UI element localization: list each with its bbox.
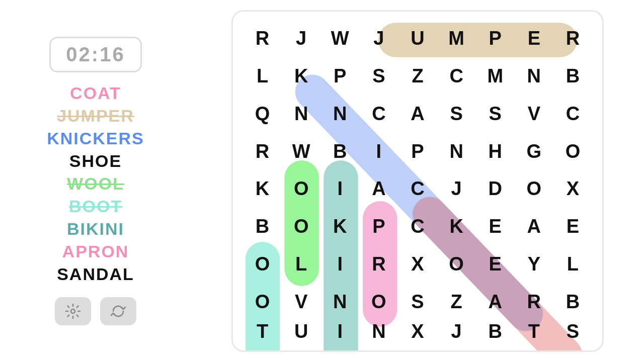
cell-6-4[interactable]: X <box>398 245 437 283</box>
cell-4-2[interactable]: I <box>320 170 359 208</box>
cell-3-3[interactable]: I <box>359 133 398 170</box>
cell-2-3[interactable]: C <box>359 95 398 133</box>
cell-5-5[interactable]: K <box>437 208 476 245</box>
cell-1-6[interactable]: M <box>476 57 515 95</box>
cell-8-7[interactable]: T <box>515 321 553 342</box>
cell-1-7[interactable]: N <box>515 57 553 95</box>
word-item-jumper: JUMPER <box>57 106 134 126</box>
cell-5-1[interactable]: O <box>282 208 320 245</box>
cell-4-4[interactable]: C <box>398 170 437 208</box>
cell-8-4[interactable]: X <box>398 321 437 342</box>
word-item-wool: WOOL <box>67 174 124 194</box>
cell-2-5[interactable]: S <box>437 95 476 133</box>
word-search-grid: RJWJUMPERLKPSZCMNBQNNCASSVCRWBIPNHGOKOIA… <box>231 10 604 352</box>
cell-4-5[interactable]: J <box>437 170 476 208</box>
cell-2-7[interactable]: V <box>515 95 553 133</box>
cell-2-8[interactable]: C <box>553 95 592 133</box>
word-item-shoe: SHOE <box>69 151 122 171</box>
cell-7-6[interactable]: A <box>476 283 515 321</box>
cell-3-6[interactable]: H <box>476 133 515 170</box>
cell-5-0[interactable]: B <box>243 208 282 245</box>
cell-4-7[interactable]: O <box>515 170 553 208</box>
cell-6-0[interactable]: O <box>243 245 282 283</box>
cell-8-6[interactable]: B <box>476 321 515 342</box>
cell-2-2[interactable]: N <box>320 95 359 133</box>
cell-6-8[interactable]: L <box>553 245 592 283</box>
cell-5-7[interactable]: A <box>515 208 553 245</box>
cell-2-4[interactable]: A <box>398 95 437 133</box>
cell-7-1[interactable]: V <box>282 283 320 321</box>
cell-2-0[interactable]: Q <box>243 95 282 133</box>
cell-4-6[interactable]: D <box>476 170 515 208</box>
cell-3-7[interactable]: G <box>515 133 553 170</box>
refresh-button[interactable] <box>100 297 136 325</box>
cell-1-2[interactable]: P <box>320 57 359 95</box>
cell-3-5[interactable]: N <box>437 133 476 170</box>
bottom-buttons <box>55 297 136 325</box>
settings-button[interactable] <box>55 297 91 325</box>
cell-7-8[interactable]: B <box>553 283 592 321</box>
cell-8-5[interactable]: J <box>437 321 476 342</box>
cell-6-7[interactable]: Y <box>515 245 553 283</box>
cell-0-6[interactable]: P <box>476 20 515 57</box>
cell-6-6[interactable]: E <box>476 245 515 283</box>
cell-0-1[interactable]: J <box>282 20 320 57</box>
cell-8-8[interactable]: S <box>553 321 592 342</box>
cell-3-1[interactable]: W <box>282 133 320 170</box>
cell-6-5[interactable]: O <box>437 245 476 283</box>
cell-0-3[interactable]: J <box>359 20 398 57</box>
cell-1-0[interactable]: L <box>243 57 282 95</box>
cell-6-2[interactable]: I <box>320 245 359 283</box>
right-panel: RJWJUMPERLKPSZCMNBQNNCASSVCRWBIPNHGOKOIA… <box>191 0 644 362</box>
word-item-apron: APRON <box>62 242 129 261</box>
cell-3-4[interactable]: P <box>398 133 437 170</box>
cell-7-3[interactable]: O <box>359 283 398 321</box>
cell-1-4[interactable]: Z <box>398 57 437 95</box>
cell-0-2[interactable]: W <box>320 20 359 57</box>
cell-3-8[interactable]: O <box>553 133 592 170</box>
cell-0-7[interactable]: E <box>515 20 553 57</box>
cell-5-2[interactable]: K <box>320 208 359 245</box>
cell-3-2[interactable]: B <box>320 133 359 170</box>
cell-1-1[interactable]: K <box>282 57 320 95</box>
cell-1-5[interactable]: C <box>437 57 476 95</box>
cell-6-1[interactable]: L <box>282 245 320 283</box>
word-list: COATJUMPERKNICKERSSHOEWOOLBOOTBIKINIAPRO… <box>10 83 181 284</box>
cell-8-2[interactable]: I <box>320 321 359 342</box>
word-item-sandal: SANDAL <box>57 264 134 284</box>
cell-4-8[interactable]: X <box>553 170 592 208</box>
word-item-coat: COAT <box>70 83 121 103</box>
cell-6-3[interactable]: R <box>359 245 398 283</box>
cell-5-8[interactable]: E <box>553 208 592 245</box>
cell-2-6[interactable]: S <box>476 95 515 133</box>
word-item-bikini: BIKINI <box>67 219 124 239</box>
cell-5-3[interactable]: P <box>359 208 398 245</box>
cell-0-8[interactable]: R <box>553 20 592 57</box>
cell-8-1[interactable]: U <box>282 321 320 342</box>
word-item-boot: BOOT <box>69 197 122 216</box>
cell-0-0[interactable]: R <box>243 20 282 57</box>
cell-8-0[interactable]: T <box>243 321 282 342</box>
cell-5-4[interactable]: C <box>398 208 437 245</box>
svg-point-0 <box>71 309 75 313</box>
left-panel: 02:16 COATJUMPERKNICKERSSHOEWOOLBOOTBIKI… <box>0 0 191 362</box>
timer-display: 02:16 <box>49 37 141 72</box>
cell-7-4[interactable]: S <box>398 283 437 321</box>
cell-0-4[interactable]: U <box>398 20 437 57</box>
cell-7-7[interactable]: R <box>515 283 553 321</box>
cell-4-1[interactable]: O <box>282 170 320 208</box>
cell-0-5[interactable]: M <box>437 20 476 57</box>
cell-1-3[interactable]: S <box>359 57 398 95</box>
cell-7-2[interactable]: N <box>320 283 359 321</box>
cell-5-6[interactable]: E <box>476 208 515 245</box>
word-item-knickers: KNICKERS <box>47 129 144 148</box>
letter-grid: RJWJUMPERLKPSZCMNBQNNCASSVCRWBIPNHGOKOIA… <box>243 20 592 342</box>
cell-7-0[interactable]: O <box>243 283 282 321</box>
cell-1-8[interactable]: B <box>553 57 592 95</box>
cell-2-1[interactable]: N <box>282 95 320 133</box>
cell-3-0[interactable]: R <box>243 133 282 170</box>
cell-8-3[interactable]: N <box>359 321 398 342</box>
cell-4-0[interactable]: K <box>243 170 282 208</box>
cell-7-5[interactable]: Z <box>437 283 476 321</box>
cell-4-3[interactable]: A <box>359 170 398 208</box>
